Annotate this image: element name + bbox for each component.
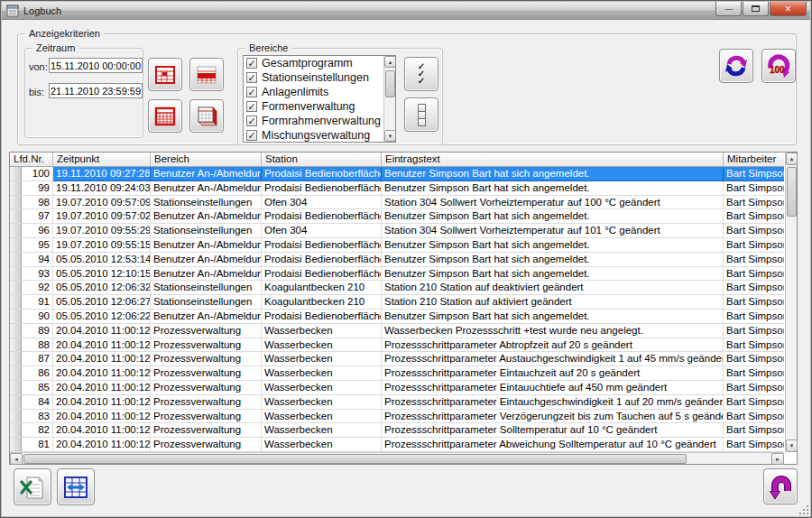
bereiche-scroll-up[interactable]: ▲ (384, 56, 396, 68)
cell-ber[interactable]: Prozessverwaltung (151, 366, 262, 381)
cell-selcell[interactable] (10, 295, 22, 310)
cell-zeit[interactable]: 20.04.2010 11:00:12 (53, 324, 151, 338)
cell-ber[interactable]: Benutzer An-/Abmeldung (151, 310, 262, 324)
cell-mit[interactable]: Bart Simpson (724, 338, 784, 353)
bereiche-scroll-down[interactable]: ▼ (384, 130, 396, 142)
col-mitarbeiter[interactable]: Mitarbeiter (724, 153, 784, 167)
cell-sta[interactable]: Prodaisi Bedienoberfläche (262, 253, 382, 267)
cell-txt[interactable]: Prozessschrittparameter Solltemperatur a… (382, 423, 724, 438)
cell-selcell[interactable] (10, 238, 22, 253)
cell-ber[interactable]: Benutzer An-/Abmeldung (151, 238, 262, 253)
table-row[interactable]: 8220.04.2010 11:00:12ProzessverwaltungWa… (10, 423, 784, 438)
cell-txt[interactable]: Prozessschrittparameter Eintauchgeschwin… (382, 395, 724, 410)
cell-txt[interactable]: Benutzer Simpson Bart hat sich angemelde… (382, 167, 724, 181)
cell-sta[interactable]: Wasserbecken (262, 423, 382, 438)
cell-ber[interactable]: Benutzer An-/Abmeldung (151, 253, 262, 267)
cell-sta[interactable]: Wasserbecken (262, 395, 382, 410)
bereiche-item[interactable]: ✓Gesamtprogramm (244, 56, 395, 70)
cell-sta[interactable]: Wasserbecken (262, 366, 382, 381)
cell-selcell[interactable] (10, 423, 22, 438)
cell-mit[interactable]: Bart Simpson (724, 295, 784, 310)
table-row[interactable]: 9105.05.2010 12:06:27Stationseinstellung… (10, 295, 784, 310)
bereiche-scrollbar[interactable]: ▲ ▼ (383, 56, 395, 142)
cell-selcell[interactable] (10, 267, 22, 282)
cell-txt[interactable]: Benutzer Simpson Bart hat sich angemelde… (382, 310, 724, 324)
bereiche-list[interactable]: ✓Gesamtprogramm✓Stationseinstellungen✓An… (243, 55, 396, 143)
cell-selcell[interactable] (10, 395, 22, 410)
deselect-all-bereiche-button[interactable] (404, 97, 438, 132)
cell-nr[interactable]: 99 (22, 181, 53, 196)
bereiche-item[interactable]: ✓Stationseinstellungen (244, 70, 395, 85)
cell-ber[interactable]: Prozessverwaltung (151, 438, 262, 452)
cell-sta[interactable]: Wasserbecken (262, 352, 382, 366)
cell-mit[interactable]: Bart Simpson (724, 438, 784, 452)
cell-txt[interactable]: Prozessschrittparameter Abweichung Sollt… (382, 438, 724, 452)
cell-ber[interactable]: Stationseinstellungen (151, 224, 262, 238)
cell-selcell[interactable] (10, 196, 22, 210)
table-hscroll-thumb[interactable] (23, 454, 687, 464)
cell-txt[interactable]: Benutzer Simpson Bart hat sich angemelde… (382, 267, 724, 282)
von-field[interactable]: 15.11.2010 00:00:00 (49, 58, 143, 73)
range-week-button[interactable] (189, 58, 224, 91)
cell-mit[interactable]: Bart Simpson (724, 423, 784, 438)
cell-ber[interactable]: Stationseinstellungen (151, 281, 262, 295)
cell-ber[interactable]: Benutzer An-/Abmeldung (151, 181, 262, 196)
cell-sta[interactable]: Wasserbecken (262, 381, 382, 395)
refresh-button[interactable] (719, 49, 753, 83)
table-row[interactable]: 9819.07.2010 09:57:09Stationseinstellung… (10, 196, 784, 210)
cell-ber[interactable]: Prozessverwaltung (151, 395, 262, 410)
cell-selcell[interactable] (10, 181, 22, 196)
cell-sta[interactable]: Prodaisi Bedienoberfläche (262, 267, 382, 282)
cell-sta[interactable]: Ofen 304 (262, 196, 382, 210)
cell-mit[interactable]: Bart Simpson (724, 352, 784, 366)
table-hscrollbar[interactable]: ◄ ► (10, 452, 784, 464)
cell-nr[interactable]: 97 (22, 209, 53, 224)
cell-selcell[interactable] (10, 281, 22, 295)
cell-zeit[interactable]: 05.05.2010 12:06:32 (53, 281, 151, 295)
range-month-button[interactable] (148, 99, 182, 133)
cell-sta[interactable]: Koagulantbecken 210 (262, 295, 382, 310)
range-year-button[interactable] (189, 99, 224, 133)
col-eintragstext[interactable]: Eintragstext (382, 153, 724, 167)
cell-ber[interactable]: Stationseinstellungen (151, 295, 262, 310)
table-scroll-up[interactable]: ▲ (786, 153, 798, 165)
cell-txt[interactable]: Prozessschrittparameter Verzögerungzeit … (382, 410, 724, 424)
cell-nr[interactable]: 98 (22, 196, 53, 210)
cell-txt[interactable]: Station 210 Station auf aktiviert geände… (382, 295, 724, 310)
cell-sta[interactable]: Prodaisi Bedienoberfläche (262, 310, 382, 324)
col-lfdnr[interactable]: Lfd.Nr. (10, 153, 53, 167)
table-scroll-down[interactable]: ▼ (786, 439, 798, 452)
cell-selcell[interactable] (10, 352, 22, 366)
cell-zeit[interactable]: 20.04.2010 11:00:12 (53, 381, 151, 395)
table-vscrollbar[interactable]: ▲ ▼ (785, 153, 797, 452)
cell-zeit[interactable]: 19.07.2010 09:57:02 (53, 209, 151, 224)
cell-mit[interactable]: Bart Simpson (724, 324, 784, 338)
bereiche-scroll-thumb[interactable] (385, 70, 395, 97)
cell-selcell[interactable] (10, 209, 22, 224)
checkbox-icon[interactable]: ✓ (246, 130, 257, 141)
cell-txt[interactable]: Benutzer Simpson Bart hat sich angemelde… (382, 181, 724, 196)
cell-nr[interactable]: 84 (22, 395, 53, 410)
cell-zeit[interactable]: 20.04.2010 11:00:12 (53, 410, 151, 424)
cell-txt[interactable]: Station 210 Station auf deaktiviert geän… (382, 281, 724, 295)
cell-txt[interactable]: Station 304 Sollwert Vorheiztemperatur a… (382, 196, 724, 210)
cell-nr[interactable]: 81 (22, 438, 53, 452)
table-row[interactable]: 8420.04.2010 11:00:12ProzessverwaltungWa… (10, 395, 784, 410)
table-row[interactable]: 10019.11.2010 09:27:28Benutzer An-/Abmel… (10, 167, 784, 181)
col-station[interactable]: Station (262, 153, 382, 167)
cell-mit[interactable]: Bart Simpson (724, 238, 784, 253)
range-day-button[interactable] (148, 58, 182, 91)
cell-selcell[interactable] (10, 381, 22, 395)
cell-txt[interactable]: Benutzer Simpson Bart hat sich angemelde… (382, 238, 724, 253)
table-row[interactable]: 8620.04.2010 11:00:12ProzessverwaltungWa… (10, 366, 784, 381)
cell-txt[interactable]: Wasserbecken Prozessschritt +test wurde … (382, 324, 724, 338)
cell-ber[interactable]: Prozessverwaltung (151, 352, 262, 366)
checkbox-icon[interactable]: ✓ (246, 87, 257, 97)
cell-nr[interactable]: 85 (22, 381, 53, 395)
cell-selcell[interactable] (10, 338, 22, 353)
cell-mit[interactable]: Bart Simpson (724, 181, 784, 196)
table-row[interactable]: 9405.05.2010 12:53:14Benutzer An-/Abmeld… (10, 253, 784, 267)
cell-nr[interactable]: 91 (22, 295, 53, 310)
cell-mit[interactable]: Bart Simpson (724, 253, 784, 267)
checkbox-icon[interactable]: ✓ (246, 72, 257, 83)
